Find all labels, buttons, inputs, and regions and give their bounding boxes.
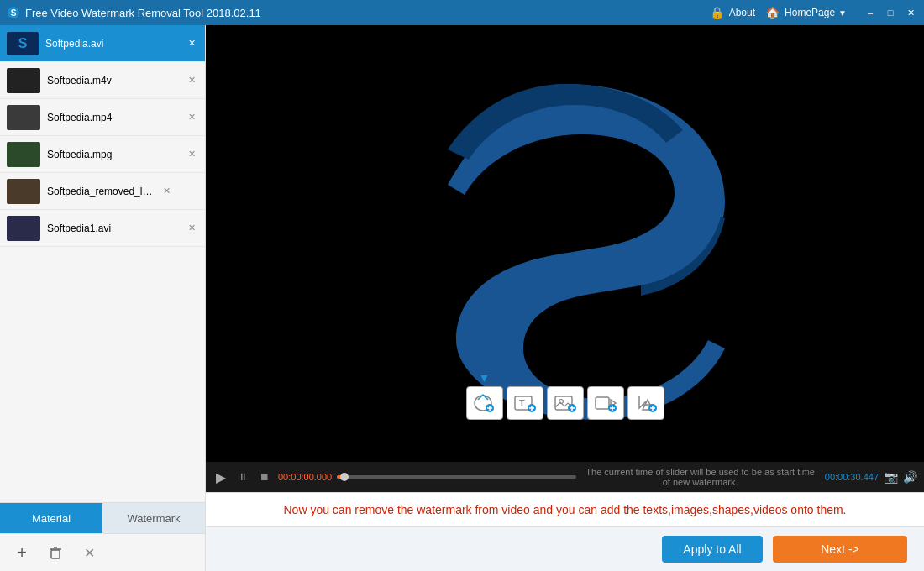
file-list: S Softpedia.avi ✕ Softpedia.m4v ✕ Softpe… xyxy=(0,25,205,502)
wm-add-image-button[interactable] xyxy=(466,386,503,420)
file-thumb-1 xyxy=(7,68,40,93)
wm-add-video-button[interactable] xyxy=(587,386,624,420)
dropdown-icon: ▼ xyxy=(838,8,847,18)
home-icon: 🏠 xyxy=(765,6,780,19)
info-bar: Now you can remove the watermark from vi… xyxy=(206,492,924,526)
info-message: Now you can remove the watermark from vi… xyxy=(283,503,846,516)
ctrl-right: 📷 🔊 xyxy=(884,470,917,484)
wm-add-shape-button[interactable] xyxy=(627,386,664,420)
wm-btn-container-2 xyxy=(547,371,584,420)
camera-icon[interactable]: 📷 xyxy=(884,470,898,484)
sidebar-toolbar: + ✕ xyxy=(0,533,205,571)
about-label: About xyxy=(729,7,755,18)
file-name-2: Softpedia.mp4 xyxy=(47,112,181,123)
svg-rect-20 xyxy=(596,397,609,409)
wm-btn-container-4 xyxy=(627,371,664,420)
homepage-label: HomePage xyxy=(785,7,835,18)
file-name-3: Softpedia.mpg xyxy=(47,149,181,160)
file-name-5: Softpedia1.avi xyxy=(47,223,181,234)
play-button[interactable]: ▶ xyxy=(213,469,229,485)
file-item-4[interactable]: Softpedia_removed_logo.... ✕ xyxy=(0,173,205,210)
file-close-0[interactable]: ✕ xyxy=(185,37,198,50)
delete-file-button[interactable] xyxy=(44,541,67,564)
video-canvas: ▼ xyxy=(206,25,924,462)
file-close-5[interactable]: ✕ xyxy=(185,222,198,235)
file-thumb-5 xyxy=(7,216,40,241)
timeline-container: 00:00:00.000 The current time of slider … xyxy=(278,467,879,487)
file-thumb-2 xyxy=(7,105,40,130)
tab-material[interactable]: Material xyxy=(0,503,102,533)
minimize-button[interactable]: – xyxy=(864,6,877,19)
svg-text:S: S xyxy=(11,8,17,18)
stop-button[interactable]: ⏹ xyxy=(256,471,273,483)
file-name-1: Softpedia.m4v xyxy=(47,75,181,86)
main-layout: S Softpedia.avi ✕ Softpedia.m4v ✕ Softpe… xyxy=(0,25,924,571)
wm-add-photo-button[interactable] xyxy=(547,386,584,420)
title-bar-right: 🔒 About 🏠 HomePage ▼ – □ ✕ xyxy=(710,6,917,19)
next-button[interactable]: Next -> xyxy=(773,536,907,563)
file-thumb-4 xyxy=(7,179,40,204)
file-name-0: Softpedia.avi xyxy=(45,38,181,50)
wm-btn-container-3 xyxy=(587,371,624,420)
timeline-thumb xyxy=(340,473,349,481)
homepage-nav[interactable]: 🏠 HomePage ▼ xyxy=(765,6,847,19)
sidebar: S Softpedia.avi ✕ Softpedia.m4v ✕ Softpe… xyxy=(0,25,206,571)
svg-text:T: T xyxy=(519,398,525,408)
svg-rect-2 xyxy=(51,550,60,558)
file-item-5[interactable]: Softpedia1.avi ✕ xyxy=(0,210,205,247)
tab-row: Material Watermark xyxy=(0,502,205,533)
apply-to-all-button[interactable]: Apply to All xyxy=(662,536,763,563)
thumb-s-icon: S xyxy=(7,32,39,55)
file-item-1[interactable]: Softpedia.m4v ✕ xyxy=(0,62,205,99)
file-thumb-3 xyxy=(7,142,40,167)
clear-list-button[interactable]: ✕ xyxy=(77,541,101,564)
video-controls: ▶ ⏸ ⏹ 00:00:00.000 The current time of s… xyxy=(206,462,924,492)
pause-button[interactable]: ⏸ xyxy=(234,471,251,483)
lock-icon: 🔒 xyxy=(710,6,724,19)
volume-icon[interactable]: 🔊 xyxy=(903,470,917,484)
close-button[interactable]: ✕ xyxy=(904,6,917,19)
file-close-4[interactable]: ✕ xyxy=(160,185,173,198)
add-file-button[interactable]: + xyxy=(10,541,34,564)
wm-arrow-0: ▼ xyxy=(479,371,491,385)
maximize-button[interactable]: □ xyxy=(884,6,897,19)
app-icon: S xyxy=(7,6,20,19)
about-nav[interactable]: 🔒 About xyxy=(710,6,755,19)
time-end: 00:00:30.447 xyxy=(825,472,879,482)
file-thumb-0: S xyxy=(7,32,39,55)
file-item-0[interactable]: S Softpedia.avi ✕ xyxy=(0,25,205,62)
file-item-3[interactable]: Softpedia.mpg ✕ xyxy=(0,136,205,173)
tab-watermark[interactable]: Watermark xyxy=(102,503,205,533)
wm-btn-container-0: ▼ xyxy=(466,371,503,420)
file-close-1[interactable]: ✕ xyxy=(185,74,198,87)
action-bar: Apply to All Next -> xyxy=(206,526,924,571)
title-bar-left: S Free Video Watermark Removal Tool 2018… xyxy=(7,6,261,19)
file-name-4: Softpedia_removed_logo.... xyxy=(47,186,156,197)
window-controls: – □ ✕ xyxy=(864,6,917,19)
timeline-hint: The current time of slider will be used … xyxy=(581,467,820,487)
title-bar: S Free Video Watermark Removal Tool 2018… xyxy=(0,0,924,25)
app-title: Free Video Watermark Removal Tool 2018.0… xyxy=(25,7,261,19)
wm-add-text-button[interactable]: T xyxy=(507,386,543,420)
timeline-track[interactable] xyxy=(337,475,575,479)
content-area: ▼ xyxy=(206,25,924,571)
file-item-2[interactable]: Softpedia.mp4 ✕ xyxy=(0,99,205,136)
file-close-2[interactable]: ✕ xyxy=(185,111,198,124)
time-start: 00:00:00.000 xyxy=(278,472,332,482)
file-close-3[interactable]: ✕ xyxy=(185,148,198,161)
watermark-toolbar: ▼ xyxy=(466,371,664,420)
wm-btn-container-1: T xyxy=(507,371,543,420)
